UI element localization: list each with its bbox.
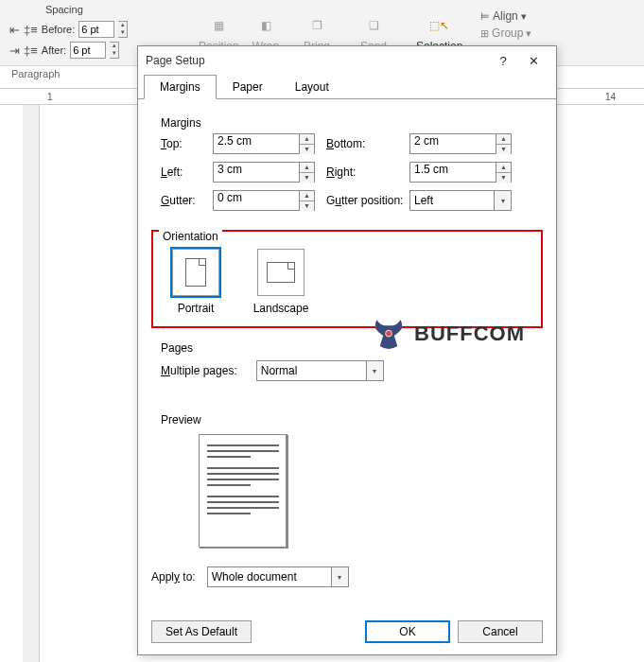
group-label: Group (492, 26, 523, 40)
orientation-portrait[interactable]: Portrait (163, 249, 229, 315)
indent-icon: ⇤ (9, 23, 20, 37)
set-as-default-button[interactable]: Set As Default (151, 620, 252, 643)
pages-group: Pages Multiple pages: Normal▾ (151, 338, 543, 391)
gutter-pos-select[interactable]: Left▾ (409, 190, 512, 211)
close-button[interactable]: ✕ (518, 47, 548, 74)
selection-pane-icon: ⬚↖ (426, 13, 454, 38)
tab-paper[interactable]: Paper (217, 75, 279, 99)
ok-button[interactable]: OK (365, 620, 450, 643)
tab-margins[interactable]: Margins (144, 75, 217, 99)
right-label: Right: (326, 166, 409, 179)
spacing-after-row: ⇥ ‡≡ After: 6 pt ▲▼ (9, 42, 119, 59)
cancel-button[interactable]: Cancel (458, 620, 543, 643)
margins-group: Margins Top: 2.5 cm▲▼ Bottom: 2 cm▲▼ Lef… (151, 113, 543, 220)
line-spacing-icon: ‡≡ (24, 23, 38, 37)
landscape-icon (257, 249, 305, 296)
ruler-mark-left: 1 (47, 92, 53, 102)
group-menu[interactable]: ⊞ Group ▾ (480, 26, 531, 40)
dialog-title: Page Setup (146, 54, 488, 67)
left-label: Left: (161, 166, 213, 179)
top-input[interactable]: 2.5 cm▲▼ (213, 133, 315, 154)
position-icon: ▦ (204, 13, 233, 38)
align-label: Align (493, 9, 518, 23)
top-label: Top: (161, 137, 213, 150)
left-input[interactable]: 3 cm▲▼ (213, 162, 315, 183)
bottom-input[interactable]: 2 cm▲▼ (409, 133, 512, 154)
before-label: Before: (42, 24, 75, 35)
preview-title: Preview (161, 413, 201, 427)
ruler-vertical[interactable] (23, 105, 40, 662)
multiple-pages-label: Multiple pages: (161, 364, 237, 377)
paragraph-group-label: Paragraph (11, 68, 60, 79)
orientation-landscape[interactable]: Landscape (248, 249, 314, 315)
wrap-icon: ◧ (252, 13, 280, 38)
right-input[interactable]: 1.5 cm▲▼ (409, 162, 512, 183)
gutter-input[interactable]: 0 cm▲▼ (213, 190, 315, 211)
titlebar: Page Setup ? ✕ (138, 46, 556, 75)
tab-layout[interactable]: Layout (279, 75, 345, 99)
preview-page-icon (199, 434, 287, 548)
after-label: After: (42, 44, 66, 56)
landscape-label: Landscape (253, 302, 309, 315)
multiple-pages-select[interactable]: Normal▾ (256, 360, 384, 381)
pages-title: Pages (161, 341, 193, 355)
margins-group-title: Margins (161, 116, 201, 130)
portrait-label: Portrait (178, 302, 215, 315)
page-setup-dialog: Page Setup ? ✕ Margins Paper Layout Marg… (137, 45, 557, 655)
ruler-mark-right: 14 (605, 92, 616, 102)
send-backward-icon: ❏ (359, 13, 388, 38)
after-value[interactable]: 6 pt (70, 42, 106, 59)
outdent-icon: ⇥ (9, 44, 20, 58)
apply-to-select[interactable]: Whole document▾ (207, 566, 349, 587)
dialog-footer: Set As Default OK Cancel (138, 611, 556, 654)
before-spinner[interactable]: ▲▼ (118, 21, 128, 38)
gutter-pos-label: Gutter position: (326, 194, 409, 207)
orientation-group: Orientation Portrait Landscape (151, 230, 543, 328)
bottom-label: Bottom: (326, 137, 409, 150)
preview-group: Preview (151, 409, 543, 557)
gutter-label: Gutter: (161, 194, 213, 207)
apply-to-row: Apply to: Whole document▾ (151, 566, 543, 587)
portrait-icon (172, 249, 219, 296)
orientation-title: Orientation (159, 230, 222, 243)
help-button[interactable]: ? (488, 47, 518, 74)
spacing-before-row: ⇤ ‡≡ Before: 6 pt ▲▼ (9, 21, 128, 38)
tab-strip: Margins Paper Layout (144, 75, 556, 99)
bring-forward-icon: ❐ (303, 13, 331, 38)
line-spacing-icon: ‡≡ (24, 44, 38, 58)
align-menu[interactable]: ⊨ Align ▾ (480, 9, 531, 23)
before-value[interactable]: 6 pt (78, 21, 114, 38)
after-spinner[interactable]: ▲▼ (110, 42, 119, 59)
align-group: ⊨ Align ▾ ⊞ Group ▾ (480, 9, 531, 40)
apply-to-label: Apply to: (151, 570, 196, 584)
spacing-label: Spacing (45, 4, 83, 15)
